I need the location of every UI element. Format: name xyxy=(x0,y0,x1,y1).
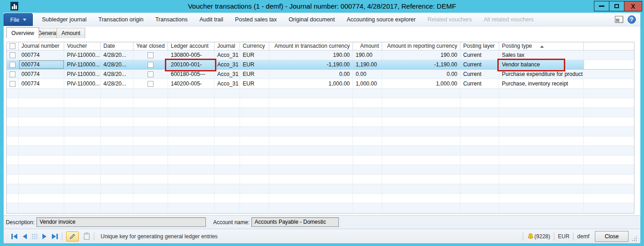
empty-row xyxy=(7,146,634,156)
empty-cell xyxy=(168,136,215,146)
statusbar-company[interactable]: demf xyxy=(577,233,589,240)
col-header-year-closed[interactable]: Year closed xyxy=(133,42,168,50)
empty-cell xyxy=(460,98,499,107)
statusbar-help-text: Unique key for generating general ledger… xyxy=(101,233,218,240)
title-bar: Voucher transactions (1 - demf) - Journa… xyxy=(0,0,644,13)
empty-cell xyxy=(215,127,240,136)
empty-cell xyxy=(133,203,168,212)
next-record-icon[interactable] xyxy=(42,233,47,240)
cell-amount-reporting: 0.00 xyxy=(382,70,460,79)
grid-view-icon[interactable] xyxy=(31,233,38,240)
window-title: Voucher transactions (1 - demf) - Journa… xyxy=(0,0,644,13)
cell-ledger-account: 140200-005- xyxy=(168,79,215,88)
help-icon[interactable]: ? xyxy=(628,15,636,24)
notification-count[interactable]: (9228) xyxy=(534,233,550,240)
paste-icon[interactable] xyxy=(83,232,90,240)
empty-cell xyxy=(382,89,460,98)
cell-year-closed-checkbox[interactable] xyxy=(133,60,168,69)
empty-cell xyxy=(353,89,382,98)
col-header-journal[interactable]: Journal xyxy=(215,42,240,50)
empty-cell xyxy=(240,184,269,193)
empty-row xyxy=(7,127,634,136)
first-record-icon[interactable] xyxy=(11,233,18,240)
empty-cell xyxy=(269,194,353,203)
col-header-date[interactable]: Date xyxy=(101,42,133,50)
cell-filler xyxy=(584,60,634,69)
pane-switch-icon[interactable] xyxy=(615,16,623,23)
menu-item-transactions[interactable]: Transactions xyxy=(155,16,188,23)
col-header-posting-type[interactable]: Posting type xyxy=(499,42,584,50)
col-header-currency[interactable]: Currency xyxy=(240,42,269,50)
window-controls: X xyxy=(594,1,642,11)
row-checkbox[interactable] xyxy=(7,50,19,60)
col-header-posting-layer[interactable]: Posting layer xyxy=(460,42,499,50)
menu-item-original-document[interactable]: Original document xyxy=(289,16,335,23)
col-header-ledger-account[interactable]: Ledger account xyxy=(168,42,215,50)
empty-cell xyxy=(269,108,353,117)
table-row[interactable]: 000774 PIV-110000... 4/28/20... 140200-0… xyxy=(7,79,634,89)
minimize-button[interactable] xyxy=(594,1,609,11)
empty-cell xyxy=(584,89,634,98)
description-field[interactable]: Vendor invoice xyxy=(36,217,206,227)
empty-cell xyxy=(499,156,584,165)
empty-cell xyxy=(240,98,269,107)
cell-filler xyxy=(584,70,634,79)
empty-cell xyxy=(584,127,634,136)
empty-cell xyxy=(353,194,382,203)
col-header-amount[interactable]: Amount xyxy=(353,42,382,50)
col-header-journal-number[interactable]: Journal number xyxy=(19,42,64,50)
row-checkbox[interactable] xyxy=(7,79,19,88)
tab-amount[interactable]: Amount xyxy=(56,28,85,38)
file-menu-button[interactable]: File xyxy=(4,13,33,26)
last-record-icon[interactable] xyxy=(51,233,58,240)
cell-amount: 0.00 xyxy=(353,70,382,79)
empty-cell xyxy=(215,203,240,212)
notifications-bell-icon[interactable] xyxy=(527,233,534,240)
cell-year-closed-checkbox[interactable] xyxy=(133,79,168,88)
close-window-button[interactable]: X xyxy=(624,1,642,11)
menu-item-subledger-journal[interactable]: Subledger journal xyxy=(42,16,87,23)
account-name-field[interactable]: Accounts Payable - Domestic xyxy=(251,217,339,227)
empty-cell xyxy=(133,117,168,126)
menu-item-audit-trail[interactable]: Audit trail xyxy=(199,16,223,23)
previous-record-icon[interactable] xyxy=(22,233,27,240)
empty-cell xyxy=(382,165,460,174)
empty-cell xyxy=(269,98,353,107)
resize-grip-icon[interactable] xyxy=(631,236,637,241)
close-icon: X xyxy=(631,3,635,10)
empty-cell xyxy=(101,156,133,165)
cell-year-closed-checkbox[interactable] xyxy=(133,50,168,60)
maximize-button[interactable] xyxy=(609,1,624,11)
col-header-amount-reporting-currency[interactable]: Amount in reporting currency xyxy=(382,42,460,50)
empty-cell xyxy=(584,156,634,165)
menu-item-transaction-origin[interactable]: Transaction origin xyxy=(98,16,143,23)
cell-year-closed-checkbox[interactable] xyxy=(133,70,168,79)
empty-cell xyxy=(168,184,215,193)
empty-cell xyxy=(168,117,215,126)
empty-cell xyxy=(64,165,101,174)
empty-row xyxy=(7,89,634,98)
cell-currency: EUR xyxy=(240,79,269,88)
row-checkbox[interactable] xyxy=(7,60,19,69)
col-header-voucher[interactable]: Voucher xyxy=(64,42,101,50)
empty-cell xyxy=(168,108,215,117)
col-header-amount-transaction-currency[interactable]: Amount in transaction currency xyxy=(269,42,353,50)
menu-item-posted-sales-tax[interactable]: Posted sales tax xyxy=(235,16,277,23)
empty-cell xyxy=(499,108,584,117)
select-all-checkbox[interactable] xyxy=(7,42,19,50)
empty-cell xyxy=(460,136,499,146)
cell-currency: EUR xyxy=(240,70,269,79)
cell-voucher: PIV-110000... xyxy=(64,60,101,69)
empty-cell xyxy=(353,146,382,155)
empty-cell xyxy=(269,136,353,146)
empty-cell xyxy=(7,175,19,184)
empty-cell xyxy=(215,98,240,107)
row-checkbox[interactable] xyxy=(7,70,19,79)
empty-cell xyxy=(168,89,215,98)
tab-overview[interactable]: Overview xyxy=(6,27,39,38)
close-button[interactable]: Close xyxy=(595,231,629,242)
edit-record-button[interactable] xyxy=(66,231,79,241)
empty-cell xyxy=(353,98,382,107)
menu-item-accounting-source-explorer[interactable]: Accounting source explorer xyxy=(347,16,415,23)
empty-cell xyxy=(19,156,64,165)
